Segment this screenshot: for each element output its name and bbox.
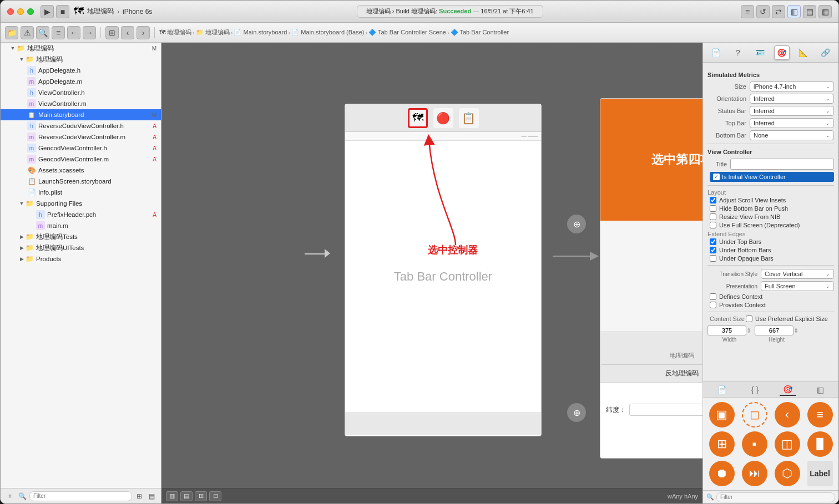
inspector-toggle-btn[interactable]: ≡ xyxy=(741,5,754,18)
zoom-control-2[interactable]: ⊕ xyxy=(567,403,586,422)
back-breadcrumb-btn[interactable]: ← xyxy=(67,26,80,39)
under-opaque-checkbox[interactable] xyxy=(710,255,716,262)
forward-breadcrumb-btn[interactable]: → xyxy=(83,26,96,39)
presentation-dropdown[interactable]: Full Screen ⌄ xyxy=(761,281,834,291)
canvas-view-btn-2[interactable]: ▤ xyxy=(180,491,193,501)
sidebar-item-info-plist[interactable]: 📄 Info.plist xyxy=(1,187,161,198)
sidebar-item-products-folder[interactable]: 📁 Products xyxy=(1,253,161,264)
zoom-control-1[interactable]: ⊕ xyxy=(567,215,586,233)
sidebar-filter-input[interactable] xyxy=(29,491,132,501)
layout-3-btn[interactable]: ▦ xyxy=(818,5,832,18)
lib-item-7[interactable]: ◫ xyxy=(772,430,802,457)
close-button[interactable] xyxy=(7,8,14,15)
width-stepper-icon[interactable]: ⇕ xyxy=(746,327,751,334)
filter-options-btn[interactable]: ⊞ xyxy=(134,491,144,501)
lib-tab-code[interactable]: { } xyxy=(748,384,762,395)
canvas-view-btn-3[interactable]: ⊞ xyxy=(195,491,207,501)
layout-1-btn[interactable]: ▥ xyxy=(787,5,801,18)
lib-item-8[interactable]: ▐▌ xyxy=(805,430,835,457)
provides-context-row[interactable]: Provides Context xyxy=(710,302,834,308)
canvas-view-btn-4[interactable]: ⊟ xyxy=(209,491,221,501)
tab-icon-selected[interactable]: 🗺 xyxy=(408,108,428,128)
resize-nib-row[interactable]: Resize View From NIB xyxy=(710,213,834,220)
nav-btn[interactable]: ≡ xyxy=(52,26,65,39)
sidebar-item-viewcontroller-m[interactable]: m ViewController.m xyxy=(1,98,161,109)
breadcrumb-1[interactable]: 🗺 地理编码 xyxy=(159,28,191,37)
sidebar-item-main-storyboard[interactable]: 📋 Main.storyboard M xyxy=(1,109,161,120)
panel-tab-connections[interactable]: 🔗 xyxy=(817,45,833,60)
sidebar-item-appdelegate-m[interactable]: m AppDelegate.m xyxy=(1,76,161,87)
vc-title-input[interactable] xyxy=(730,159,834,170)
layout-2-btn[interactable]: ▤ xyxy=(803,5,816,18)
warning-btn[interactable]: ⚠ xyxy=(21,26,34,39)
sidebar-item-root[interactable]: 📁 地理编码 M xyxy=(1,43,161,54)
sidebar-item-prefixheader[interactable]: h PrefixHeader.pch A xyxy=(1,209,161,220)
is-initial-checkbox-row[interactable]: ✓ Is Initial View Controller xyxy=(710,172,834,182)
adjust-scroll-row[interactable]: Adjust Scroll View Insets xyxy=(710,197,834,203)
sidebar-item-viewcontroller-h[interactable]: h ViewController.h xyxy=(1,87,161,98)
fullscreen-button[interactable] xyxy=(27,8,34,15)
prev-btn[interactable]: ‹ xyxy=(121,26,134,39)
sidebar-item-appdelegate-h[interactable]: h AppDelegate.h xyxy=(1,65,161,76)
lib-item-2[interactable]: ◻ xyxy=(739,401,770,428)
lib-item-3[interactable]: ‹ xyxy=(772,401,802,428)
panel-tab-help[interactable]: ? xyxy=(730,45,746,60)
transition-dropdown[interactable]: Cover Vertical ⌄ xyxy=(761,269,834,279)
defines-context-checkbox[interactable] xyxy=(710,293,716,300)
content-size-row[interactable]: Content Size Use Preferred Explicit Size xyxy=(710,315,834,322)
stop-button[interactable]: ■ xyxy=(56,5,69,18)
sidebar-item-geocodvc-m[interactable]: m GeocodViewController.m A xyxy=(1,154,161,165)
search-breadcrumb-btn[interactable]: 🔍 xyxy=(36,26,49,39)
next-btn[interactable]: › xyxy=(137,26,150,39)
panel-tab-size[interactable]: 📐 xyxy=(796,45,811,60)
statusbar-dropdown[interactable]: Inferred ⌄ xyxy=(750,106,834,116)
sidebar-item-uitests-folder[interactable]: 📁 地理编码UITests xyxy=(1,242,161,253)
hide-bottom-row[interactable]: Hide Bottom Bar on Push xyxy=(710,205,834,212)
lib-item-11[interactable]: ⬡ xyxy=(772,460,802,487)
grid-btn[interactable]: ⊞ xyxy=(105,26,119,39)
resize-nib-checkbox[interactable] xyxy=(710,213,716,220)
lib-tab-file[interactable]: 📄 xyxy=(714,384,730,395)
library-filter-input[interactable] xyxy=(716,492,835,502)
use-full-screen-row[interactable]: Use Full Screen (Deprecated) xyxy=(710,222,834,228)
breadcrumb-4[interactable]: 📄 Main.storyboard (Base) xyxy=(291,29,364,36)
under-bottom-row[interactable]: Under Bottom Bars xyxy=(710,247,834,253)
sidebar-item-tests-folder[interactable]: 📁 地理编码Tests xyxy=(1,231,161,242)
adjust-scroll-checkbox[interactable] xyxy=(710,197,716,203)
sidebar-item-assets[interactable]: 🎨 Assets.xcassets xyxy=(1,165,161,176)
provides-context-checkbox[interactable] xyxy=(710,302,716,308)
use-full-screen-checkbox[interactable] xyxy=(710,222,716,228)
sidebar-item-reversevc-m[interactable]: m ReverseCodeViewController.m A xyxy=(1,131,161,142)
panel-tab-attributes[interactable]: 🎯 xyxy=(774,45,790,60)
tab-icon-2[interactable]: 🔴 xyxy=(433,108,453,128)
add-file-button[interactable]: + xyxy=(5,491,15,501)
under-opaque-row[interactable]: Under Opaque Bars xyxy=(710,255,834,262)
view-toggle-btn[interactable]: ▤ xyxy=(146,491,156,501)
lib-tab-media[interactable]: ▥ xyxy=(813,384,827,395)
preferred-explicit-checkbox[interactable] xyxy=(746,315,752,322)
lib-item-1[interactable]: ▣ xyxy=(706,401,737,428)
bottombar-dropdown[interactable]: None ⌄ xyxy=(750,130,834,140)
tab-icon-3[interactable]: 📋 xyxy=(459,108,479,128)
breadcrumb-6[interactable]: 🔷 Tab Bar Controller xyxy=(451,29,509,36)
breadcrumb-2[interactable]: 📁 地理编码 xyxy=(196,28,230,37)
history-btn[interactable]: ↺ xyxy=(756,5,770,18)
orientation-dropdown[interactable]: Inferred ⌄ xyxy=(750,94,834,104)
defines-context-row[interactable]: Defines Context xyxy=(710,293,834,300)
lib-item-12[interactable]: Label xyxy=(805,460,835,487)
lib-tab-objects[interactable]: 🎯 xyxy=(780,384,796,396)
height-stepper-icon[interactable]: ⇕ xyxy=(793,327,798,334)
lib-item-5[interactable]: ⊞ xyxy=(706,430,737,457)
lib-item-9[interactable]: ⏺ xyxy=(706,460,737,487)
width-input[interactable] xyxy=(707,325,746,335)
hide-bottom-checkbox[interactable] xyxy=(710,205,716,212)
under-bottom-checkbox[interactable] xyxy=(710,247,716,253)
panel-tab-file[interactable]: 📄 xyxy=(709,45,724,60)
sidebar-item-launch-storyboard[interactable]: 📋 LaunchScreen.storyboard xyxy=(1,176,161,187)
reverse-geocoding-panel[interactable]: 反地理编码 纬度： xyxy=(600,364,702,459)
play-button[interactable]: ▶ xyxy=(41,5,54,18)
lat-input[interactable] xyxy=(629,404,702,416)
sidebar-item-geo-folder[interactable]: 📁 地理编码 xyxy=(1,54,161,65)
orange-controller-panel[interactable]: 选中第四项 地理编码 xyxy=(600,98,702,378)
folder-btn[interactable]: 📁 xyxy=(5,26,18,39)
